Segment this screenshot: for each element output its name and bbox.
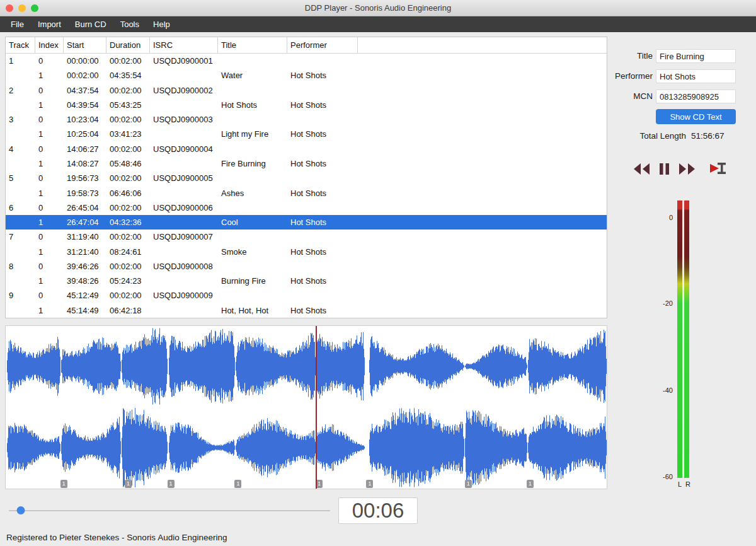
cell-isrc: USQDJ0900006 xyxy=(150,203,218,212)
close-button[interactable] xyxy=(6,4,13,12)
cell-title: Smoke xyxy=(218,247,287,257)
track-row[interactable]: 2004:37:5400:02:00USQDJ0900002 xyxy=(6,83,607,98)
traffic-lights xyxy=(6,4,38,12)
cell-index: 0 xyxy=(35,115,64,124)
zoom-button[interactable] xyxy=(31,4,38,12)
cell-isrc: USQDJ0900005 xyxy=(150,173,218,183)
time-display: 00:06 xyxy=(338,497,418,524)
slider-knob[interactable] xyxy=(16,506,25,514)
cell-index: 1 xyxy=(35,100,64,110)
cell-duration: 06:46:06 xyxy=(106,189,150,198)
column-header-title[interactable]: Title xyxy=(218,37,287,53)
cell-isrc: USQDJ0900009 xyxy=(150,291,218,300)
seek-slider[interactable] xyxy=(9,502,330,520)
title-field-label: Title xyxy=(590,51,653,61)
menu-item-help[interactable]: Help xyxy=(146,20,177,29)
meter-scale-label: -40 xyxy=(655,386,673,394)
cell-index: 1 xyxy=(35,129,64,139)
track-marker: 1 xyxy=(125,480,132,488)
column-header-index[interactable]: Index xyxy=(35,37,64,53)
column-header-duration[interactable]: Duration xyxy=(106,37,150,53)
track-row[interactable]: 7031:19:4000:02:00USQDJ0900007 xyxy=(6,229,607,244)
track-row[interactable]: 8039:46:2600:02:00USQDJ0900008 xyxy=(6,259,607,274)
meter-scale-label: -20 xyxy=(655,299,673,307)
menu-item-burn-cd[interactable]: Burn CD xyxy=(68,20,113,29)
track-row[interactable]: 5019:56:7300:02:00USQDJ0900005 xyxy=(6,171,607,185)
column-header-track[interactable]: Track xyxy=(6,37,35,53)
track-row[interactable]: 9045:12:4900:02:00USQDJ0900009 xyxy=(6,288,607,303)
track-row[interactable]: 4014:06:2700:02:00USQDJ0900004 xyxy=(6,142,607,156)
mcn-field[interactable] xyxy=(656,90,736,103)
menu-item-import[interactable]: Import xyxy=(31,20,68,29)
column-header-isrc[interactable]: ISRC xyxy=(150,37,218,53)
cell-duration: 08:24:61 xyxy=(106,247,150,257)
pause-icon xyxy=(658,167,670,178)
goto-marker-button[interactable] xyxy=(708,161,730,176)
titlebar: DDP Player - Sonoris Audio Engineering xyxy=(0,0,756,16)
track-row[interactable]: 104:39:5405:43:25Hot ShotsHot Shots xyxy=(6,98,607,112)
track-row[interactable]: 139:48:2605:24:23Burning FireHot Shots xyxy=(6,274,607,288)
cell-index: 0 xyxy=(35,203,64,212)
total-length-value: 51:56:67 xyxy=(691,131,724,141)
cell-performer: Hot Shots xyxy=(287,218,358,227)
cell-track: 5 xyxy=(6,173,35,183)
cell-start: 10:23:04 xyxy=(64,115,106,124)
track-row[interactable]: 3010:23:0400:02:00USQDJ0900003 xyxy=(6,112,607,127)
waveform-panel[interactable]: 11111111 xyxy=(5,325,607,489)
track-table[interactable]: TrackIndexStartDurationISRCTitlePerforme… xyxy=(5,37,607,318)
column-header-start[interactable]: Start xyxy=(64,37,106,53)
track-marker: 1 xyxy=(527,480,534,488)
cell-title: Hot Shots xyxy=(218,100,287,110)
level-meter: 0-20-40-60 L R xyxy=(655,200,706,494)
cell-duration: 00:02:00 xyxy=(106,262,150,271)
track-row[interactable]: 6026:45:0400:02:00USQDJ0900006 xyxy=(6,200,607,215)
cell-start: 04:37:54 xyxy=(64,86,106,95)
track-row[interactable]: 114:08:2705:48:46Fire BurningHot Shots xyxy=(6,156,607,171)
rewind-button[interactable] xyxy=(632,162,651,176)
cell-performer: Hot Shots xyxy=(287,247,358,257)
cell-index: 1 xyxy=(35,189,64,198)
cell-performer: Hot Shots xyxy=(287,306,358,315)
cell-index: 1 xyxy=(35,159,64,168)
track-row[interactable]: 1000:00:0000:02:00USQDJ0900001 xyxy=(6,54,607,68)
track-marker: 1 xyxy=(60,480,67,488)
menu-item-file[interactable]: File xyxy=(4,20,31,29)
track-row[interactable]: 131:21:4008:24:61SmokeHot Shots xyxy=(6,244,607,258)
minimize-button[interactable] xyxy=(18,4,26,12)
cell-start: 00:00:00 xyxy=(64,56,106,66)
cell-duration: 04:32:36 xyxy=(106,218,150,227)
cell-start: 04:39:54 xyxy=(64,100,106,110)
slider-track[interactable] xyxy=(9,510,330,511)
track-row[interactable]: 110:25:0403:41:23Light my FireHot Shots xyxy=(6,127,607,141)
cell-track: 1 xyxy=(6,56,35,66)
menu-item-tools[interactable]: Tools xyxy=(113,20,146,29)
cell-start: 19:56:73 xyxy=(64,173,106,183)
table-header: TrackIndexStartDurationISRCTitlePerforme… xyxy=(6,37,607,54)
track-row[interactable]: 145:14:4906:42:18Hot, Hot, HotHot Shots xyxy=(6,303,607,318)
cell-duration: 00:02:00 xyxy=(106,173,150,183)
show-cd-text-button[interactable]: Show CD Text xyxy=(656,109,736,124)
level-meter-right-bar xyxy=(684,200,689,478)
track-row[interactable]: 119:58:7306:46:06AshesHot Shots xyxy=(6,185,607,200)
title-field[interactable] xyxy=(656,49,736,63)
cell-performer: Hot Shots xyxy=(287,189,358,198)
track-row[interactable]: 100:02:0004:35:54WaterHot Shots xyxy=(6,68,607,83)
pause-button[interactable] xyxy=(658,162,670,176)
track-row[interactable]: 126:47:0404:32:36CoolHot Shots xyxy=(6,215,607,229)
cell-index: 0 xyxy=(35,291,64,300)
track-marker: 1 xyxy=(465,480,472,488)
cell-index: 1 xyxy=(35,71,64,80)
cell-index: 0 xyxy=(35,56,64,66)
cell-index: 0 xyxy=(35,144,64,154)
rewind-icon xyxy=(632,167,651,178)
cell-index: 0 xyxy=(35,173,64,183)
cell-track: 4 xyxy=(6,144,35,154)
column-header-performer[interactable]: Performer xyxy=(287,37,358,53)
cell-track: 2 xyxy=(6,86,35,95)
cell-isrc: USQDJ0900003 xyxy=(150,115,218,124)
fast-forward-icon xyxy=(678,167,697,178)
cell-index: 1 xyxy=(35,276,64,286)
fast-forward-button[interactable] xyxy=(678,162,697,176)
cell-index: 1 xyxy=(35,306,64,315)
performer-field[interactable] xyxy=(656,69,736,83)
